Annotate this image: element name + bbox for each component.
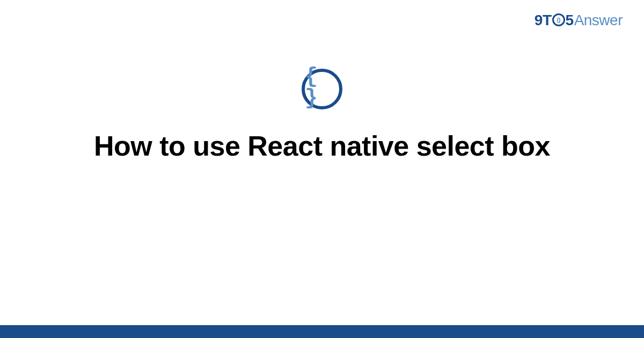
brand-suffix: Answer — [574, 12, 623, 29]
braces-icon: { } — [305, 67, 339, 109]
main-content: { } How to use React native select box — [0, 69, 644, 162]
brand-prefix: 9T — [535, 12, 552, 29]
brand-logo: 9T {} 5 Answer — [535, 12, 623, 29]
code-icon: { } — [302, 69, 342, 109]
brand-five: 5 — [566, 12, 574, 29]
footer-bar — [0, 325, 644, 338]
brand-circle-inner: {} — [557, 17, 560, 23]
page-title: How to use React native select box — [94, 130, 550, 162]
brand-circle-icon: {} — [552, 13, 565, 26]
